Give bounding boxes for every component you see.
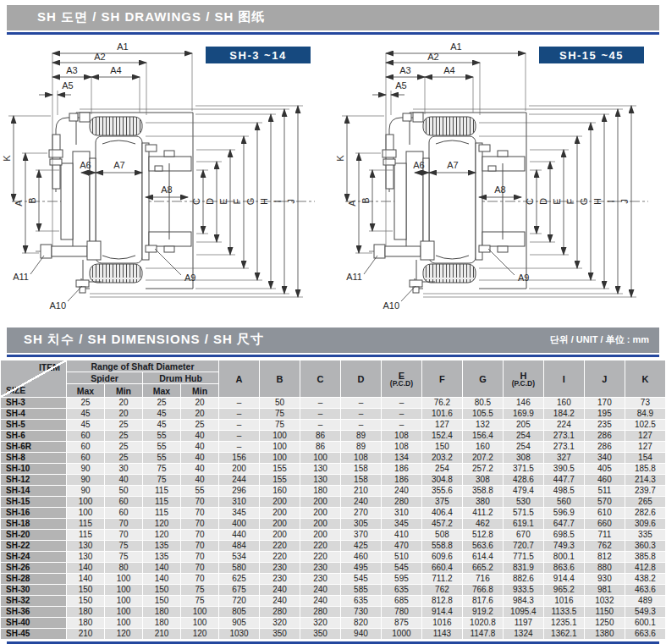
dimension-value-cell: 1032: [584, 596, 625, 607]
dim-label-h: H: [592, 198, 603, 205]
dimension-value-cell: 140: [67, 574, 105, 585]
dimension-value-cell: 160: [543, 398, 584, 409]
technical-drawing: SH-15 ~45: [333, 35, 666, 324]
dimension-value-cell: 914.4: [543, 574, 584, 585]
dimension-value-cell: 309.6: [625, 519, 665, 530]
leader-label-a9: A9: [184, 272, 195, 283]
dim-label-a2: A2: [94, 52, 105, 62]
dimension-value-cell: 130: [67, 552, 105, 563]
dimension-value-cell: 115: [67, 519, 105, 530]
dimension-value-cell: 863.6: [543, 563, 584, 574]
dimension-value-cell: 60: [67, 453, 105, 464]
dim-label-f: F: [232, 198, 242, 204]
model-range-badge: SH-15 ~45: [539, 47, 644, 63]
dimension-value-cell: 647.7: [543, 519, 584, 530]
dimension-value-cell: 76.2: [421, 398, 462, 409]
dimension-value-cell: 831.9: [503, 563, 543, 574]
table-row: SH-1090307540200155130158186254257.2371.…: [1, 464, 666, 475]
drum-hub-subheader: Drum Hub: [143, 372, 219, 384]
dimension-value-cell: 534: [219, 552, 260, 563]
drumhub-min-header: Min: [181, 384, 219, 398]
dimension-value-cell: 120: [105, 629, 143, 640]
dimension-value-cell: 749.3: [543, 541, 584, 552]
dimension-value-cell: 370: [340, 530, 381, 541]
dimension-value-cell: 45: [67, 409, 105, 420]
dimension-value-cell: 600.1: [625, 618, 665, 629]
dim-label-a2: A2: [427, 52, 438, 62]
dimension-value-cell: 930: [584, 574, 625, 585]
dimension-value-cell: 635: [381, 585, 421, 596]
dimension-value-cell: 625: [219, 574, 260, 585]
dimension-value-cell: 320: [300, 618, 340, 629]
dimension-value-cell: 1016: [421, 618, 462, 629]
dimension-value-cell: 240: [260, 585, 300, 596]
dimension-value-cell: 614.4: [462, 552, 503, 563]
dimension-value-cell: 495: [340, 563, 381, 574]
table-row: SH-181157012070400200200305345457.246261…: [1, 519, 666, 530]
row-size-label: SH-5: [1, 420, 67, 431]
dimension-value-cell: 75: [181, 585, 219, 596]
dimension-value-cell: 158: [340, 475, 381, 486]
dimension-value-cell: 1000: [381, 629, 421, 640]
table-row: SH-660255540–1008689108152.4156.4254273.…: [1, 431, 666, 442]
dimension-value-cell: 127: [421, 420, 462, 431]
dimension-value-cell: 280: [300, 607, 340, 618]
dimension-value-cell: 180: [143, 618, 181, 629]
table-row: SH-860255540156100100108134203.2207.2308…: [1, 453, 666, 464]
dimension-value-cell: 1030: [219, 629, 260, 640]
dimension-value-cell: 101.6: [421, 409, 462, 420]
dimension-value-cell: 479.4: [503, 486, 543, 497]
dimension-value-cell: 489: [625, 596, 665, 607]
dimension-value-cell: 150: [67, 585, 105, 596]
dim-label-a5: A5: [62, 80, 73, 91]
dimension-value-cell: 160: [462, 442, 503, 453]
dimension-value-cell: 70: [181, 552, 219, 563]
column-header-g: G: [462, 361, 503, 398]
dimension-value-cell: 375: [421, 497, 462, 508]
dimension-value-cell: 156: [219, 453, 260, 464]
dimension-value-cell: 358.8: [462, 486, 503, 497]
dimension-value-cell: 60: [105, 497, 143, 508]
dimension-value-cell: 155: [260, 464, 300, 475]
table-row: SH-241307513570534220220460510609.6614.4…: [1, 552, 666, 563]
table-row: SH-545254525–75–––127132205224235102.5: [1, 420, 666, 431]
dimension-value-cell: 100: [67, 508, 105, 519]
dimension-value-cell: 152.4: [421, 431, 462, 442]
dimensions-table-body: SH-325202520–50–––76.280.514616017073SH-…: [1, 398, 666, 640]
dimension-value-cell: 100: [260, 431, 300, 442]
dimension-value-cell: 371.5: [503, 464, 543, 475]
dimension-value-cell: 100: [105, 607, 143, 618]
dimension-value-cell: –: [340, 409, 381, 420]
spider-subheader: Spider: [67, 372, 143, 384]
dimension-value-cell: 89: [340, 442, 381, 453]
dimension-value-cell: 55: [143, 442, 181, 453]
dim-label-h: H: [259, 198, 269, 205]
dimension-value-cell: 230: [300, 563, 340, 574]
dim-label-e: E: [552, 198, 562, 204]
row-size-label: SH-28: [1, 574, 67, 585]
dimension-value-cell: 40: [105, 475, 143, 486]
dimension-value-cell: 120: [143, 530, 181, 541]
dimension-value-cell: 800.1: [543, 552, 584, 563]
dimension-value-cell: 220: [260, 541, 300, 552]
dimension-value-cell: 240: [340, 497, 381, 508]
dimension-value-cell: 45: [143, 409, 181, 420]
dimension-value-cell: 70: [105, 530, 143, 541]
row-size-label: SH-12: [1, 475, 67, 486]
dimension-value-cell: 20: [181, 409, 219, 420]
drawings-area: SH-3 ~14: [0, 35, 666, 324]
dimension-value-cell: 498.5: [543, 486, 584, 497]
dimension-value-cell: 70: [181, 574, 219, 585]
dimension-value-cell: 200: [260, 497, 300, 508]
row-size-label: SH-45: [1, 629, 67, 640]
dimension-value-cell: 75: [260, 420, 300, 431]
row-size-label: SH-6R: [1, 442, 67, 453]
dimension-value-cell: 335: [625, 530, 665, 541]
dimension-value-cell: 470: [381, 541, 421, 552]
dimension-value-cell: 60: [105, 508, 143, 519]
dimension-value-cell: 180: [67, 607, 105, 618]
dim-label-b: B: [27, 197, 37, 203]
leader-label-a9: A9: [518, 272, 529, 283]
dimension-value-cell: 570: [584, 497, 625, 508]
dimension-value-cell: –: [340, 398, 381, 409]
